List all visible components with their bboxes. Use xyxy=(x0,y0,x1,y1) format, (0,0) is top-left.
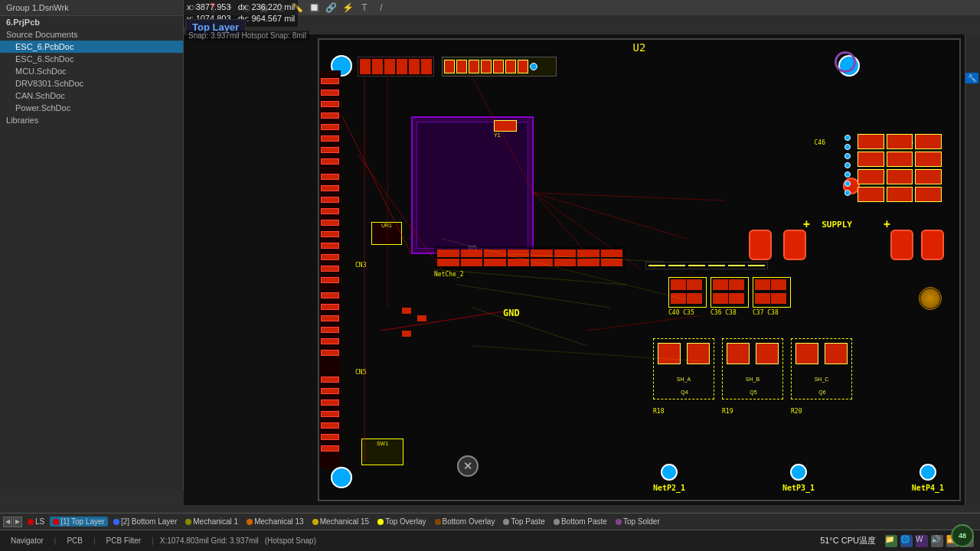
layer-tab-top-solder[interactable]: Top Solder xyxy=(612,517,663,527)
source-docs-label: Source Documents xyxy=(6,30,78,39)
layer-tab-mech1[interactable]: Mechanical 1 xyxy=(182,517,241,527)
trace-v1 xyxy=(364,78,365,461)
q2-pad xyxy=(668,265,685,266)
layer-tab-mech13[interactable]: Mechanical 13 xyxy=(243,517,306,527)
pcb-canvas[interactable]: U2 xyxy=(184,34,965,505)
via-bl xyxy=(331,467,352,488)
layer-dot-bottom-overlay xyxy=(435,519,441,525)
layer-mech15-label: Mechanical 15 xyxy=(320,517,369,526)
netp2-group: NetP2_1 xyxy=(653,464,685,492)
source-docs-item[interactable]: Source Documents xyxy=(0,28,183,41)
cn3-label: CN3 xyxy=(355,262,366,269)
layer-top-solder-label: Top Solder xyxy=(623,517,660,526)
drv-doc-item[interactable]: DRV8301.SchDoc xyxy=(0,77,183,90)
cluster-c9 xyxy=(437,259,459,266)
libraries-item[interactable]: Libraries xyxy=(0,114,183,126)
rc8 xyxy=(887,169,913,184)
pad-l17 xyxy=(321,266,339,272)
r19-label: R19 xyxy=(722,406,733,415)
main-ic-chip: W1 xyxy=(411,116,534,254)
layer-tab-mech15[interactable]: Mechanical 15 xyxy=(309,517,372,527)
rc6 xyxy=(915,152,942,167)
trace-v2 xyxy=(387,78,388,308)
layer-tab-top-overlay[interactable]: Top Overlay xyxy=(374,517,429,527)
pcb-doc-item[interactable]: ESC_6.PcbDoc xyxy=(0,41,183,53)
project-root[interactable]: 6.PrjPcb xyxy=(0,16,183,28)
netp3-group: NetP3_1 xyxy=(782,464,815,492)
can-doc-label: CAN.SchDoc xyxy=(15,91,65,100)
layer-tab-bottom-paste[interactable]: Bottom Paste xyxy=(550,517,610,527)
via-netp2 xyxy=(661,464,678,481)
ur1-component: UR1 xyxy=(371,222,402,245)
layer-mech1-label: Mechanical 1 xyxy=(193,517,238,526)
tray-icon-2[interactable]: 🌐 xyxy=(900,535,913,547)
divider-1: | xyxy=(54,536,57,545)
nav-prev[interactable]: ◀ xyxy=(3,517,12,527)
layer-tab-bottom-overlay[interactable]: Bottom Overlay xyxy=(432,517,498,527)
small-pad-2 xyxy=(417,315,426,321)
pad-l28 xyxy=(321,411,339,417)
pad-l26 xyxy=(321,388,339,394)
svg-line-5 xyxy=(534,193,687,239)
layer-dot-ls xyxy=(28,519,34,525)
pad-l10 xyxy=(321,185,339,191)
can-doc-item[interactable]: CAN.SchDoc xyxy=(0,90,183,102)
q4-r-pad xyxy=(708,265,725,266)
rv3 xyxy=(844,153,851,159)
layer-tab-top-paste[interactable]: Top Paste xyxy=(500,517,547,527)
via-netp4 xyxy=(920,464,936,481)
snap-info: Snap: 3.937mil Hotspot Snap: 8mil xyxy=(185,31,309,41)
layer-mech13-label: Mechanical 13 xyxy=(254,517,303,526)
small-pad-3 xyxy=(402,331,411,337)
libraries-label: Libraries xyxy=(6,116,38,125)
pad-l29 xyxy=(321,422,339,429)
tray-icon-1[interactable]: 📁 xyxy=(885,535,897,547)
sh-groups: SH_A Q4 SH_B Q5 SH_C Q6 R18 R1 xyxy=(653,338,944,430)
pcb-filter-tab[interactable]: PCB Filter xyxy=(102,535,146,546)
pcb-board[interactable]: U2 xyxy=(318,38,961,501)
sch-doc-item[interactable]: ESC_6.SchDoc xyxy=(0,53,183,65)
layer-bottom-paste-label: Bottom Paste xyxy=(561,517,607,526)
mcu-doc-label: MCU.SchDoc xyxy=(15,67,67,76)
pad-l13 xyxy=(321,220,339,226)
netche-label: NetChe_2 xyxy=(434,271,626,278)
layer-top-paste-label: Top Paste xyxy=(511,517,544,526)
project-label: 6.PrjPcb xyxy=(6,18,40,27)
q6-pad xyxy=(795,343,818,364)
chip-pad5 xyxy=(493,60,504,73)
pad-l19 xyxy=(321,292,339,298)
pcb-doc-label: ESC_6.PcbDoc xyxy=(15,42,74,51)
nav-tab[interactable]: Navigator xyxy=(6,535,48,546)
layer-dot-mech15 xyxy=(312,519,318,525)
right-vias-col xyxy=(844,132,851,254)
rv4 xyxy=(844,162,851,168)
cluster-c14 xyxy=(554,259,577,266)
power-doc-item[interactable]: Power.SchDoc xyxy=(0,102,183,114)
net-labels-row: NetP2_1 NetP3_1 NetP4_1 xyxy=(653,464,944,492)
clock-widget: 48 xyxy=(951,524,974,547)
cluster-c16 xyxy=(601,259,623,266)
layer-tab-top[interactable]: [1] Top Layer xyxy=(50,517,108,527)
blue-badge[interactable]: 🔧 xyxy=(965,73,978,83)
tray-icon-3[interactable]: W xyxy=(916,535,928,547)
pcb-tab[interactable]: PCB xyxy=(62,535,87,546)
q4-pad xyxy=(658,343,681,364)
group-label: Group 1.DsnWrk xyxy=(6,3,69,12)
x-mark[interactable]: ✕ xyxy=(457,455,479,477)
q5-pad2 xyxy=(756,343,779,364)
chip-pad6 xyxy=(505,60,516,73)
layer-tab-bottom[interactable]: [2] Bottom Layer xyxy=(110,517,180,527)
pad-l27 xyxy=(321,399,339,406)
layer-tab-ls[interactable]: LS xyxy=(24,517,47,527)
q6-pad2 xyxy=(825,343,848,364)
x-label: x: xyxy=(187,2,194,11)
top-conn-block xyxy=(358,57,434,77)
rv2 xyxy=(844,144,851,150)
mcu-doc-item[interactable]: MCU.SchDoc xyxy=(0,65,183,77)
nav-next[interactable]: ▶ xyxy=(13,517,22,527)
tray-icon-4[interactable]: 🔊 xyxy=(931,535,943,547)
pad-l2 xyxy=(321,90,339,96)
q5-pad xyxy=(727,343,750,364)
coords-bar: x: 3877.953 dx: 236.220 mil y: 1074.803 … xyxy=(184,0,980,34)
right-sidebar: 🔧 xyxy=(965,34,980,505)
